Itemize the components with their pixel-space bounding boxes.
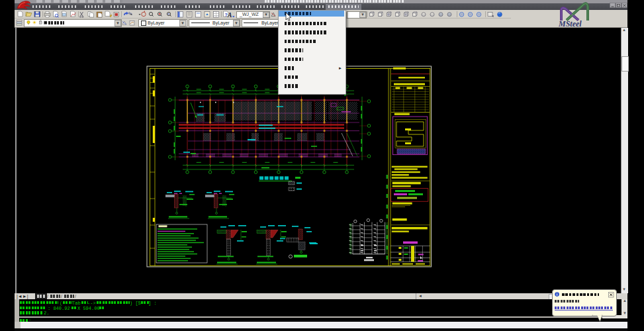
svg-text:A: A [227,12,232,19]
svg-text:MSteel: MSteel [558,19,582,28]
